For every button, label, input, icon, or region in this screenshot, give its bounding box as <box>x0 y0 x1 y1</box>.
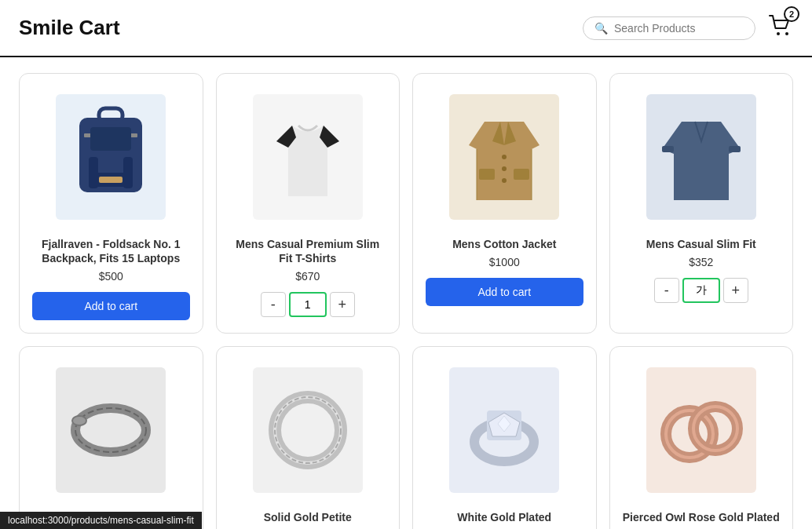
svg-rect-11 <box>90 127 131 151</box>
svg-rect-23 <box>729 146 741 152</box>
product-image-ring-white <box>426 359 583 501</box>
app-logo: Smile Cart <box>19 16 120 40</box>
cart-badge: 2 <box>784 6 799 22</box>
products-grid: Fjallraven - Foldsack No. 1 Backpack, Fi… <box>0 57 812 529</box>
quantity-input[interactable] <box>682 278 720 303</box>
product-card: Pierced Owl Rose Gold Plated <box>609 346 794 529</box>
search-container: 🔍 <box>583 16 755 40</box>
quantity-control: - + <box>654 278 748 303</box>
product-image-jacket <box>426 86 583 228</box>
svg-point-0 <box>777 32 780 35</box>
svg-rect-17 <box>479 169 495 180</box>
product-image-tshirt <box>229 86 387 228</box>
quantity-decrease-button[interactable]: - <box>654 278 679 303</box>
search-input[interactable] <box>614 22 744 35</box>
header-right: 🔍 2 <box>583 13 793 43</box>
product-title: Mens Casual Slim Fit <box>646 237 756 251</box>
product-title: Mens Casual Premium Slim Fit T-Shirts <box>229 237 387 265</box>
product-card: John Hardy <box>19 346 203 529</box>
product-card: Mens Cotton Jacket $1000 Add to cart <box>412 73 597 334</box>
svg-point-28 <box>73 417 86 425</box>
product-title: White Gold Plated <box>457 510 551 524</box>
header: Smile Cart 🔍 2 <box>0 0 812 57</box>
product-card: Mens Casual Premium Slim Fit T-Shirts $6… <box>216 73 401 334</box>
search-icon: 🔍 <box>594 22 608 35</box>
product-title: Fjallraven - Foldsack No. 1 Backpack, Fi… <box>32 237 190 265</box>
quantity-decrease-button[interactable]: - <box>261 292 286 317</box>
add-to-cart-button[interactable]: Add to cart <box>426 278 583 306</box>
product-card: White Gold Plated <box>412 346 597 529</box>
product-title: Mens Cotton Jacket <box>452 237 556 251</box>
status-url: localhost:3000/products/mens-casual-slim… <box>8 515 194 526</box>
quantity-increase-button[interactable]: + <box>723 278 748 303</box>
product-image-ring-rose <box>623 359 781 501</box>
product-price: $500 <box>99 270 123 283</box>
product-price: $352 <box>689 256 713 268</box>
svg-point-15 <box>502 166 507 171</box>
status-bar: localhost:3000/products/mens-casual-slim… <box>0 512 202 529</box>
svg-point-16 <box>502 178 507 183</box>
cart-button[interactable]: 2 <box>768 13 793 43</box>
add-to-cart-button[interactable]: Add to cart <box>32 292 190 320</box>
product-card: Solid Gold Petite <box>216 346 401 529</box>
product-image-bracelet <box>32 359 190 501</box>
product-image-ring-silver <box>229 359 387 501</box>
product-title: Pierced Owl Rose Gold Plated <box>623 510 780 524</box>
quantity-control: - + <box>261 292 355 317</box>
product-title: Solid Gold Petite <box>264 510 352 524</box>
svg-rect-18 <box>514 169 529 180</box>
product-image-backpack <box>32 86 190 228</box>
svg-rect-22 <box>662 146 674 152</box>
quantity-increase-button[interactable]: + <box>330 292 355 317</box>
quantity-input[interactable] <box>289 292 327 317</box>
product-card: Fjallraven - Foldsack No. 1 Backpack, Fi… <box>19 73 203 334</box>
product-price: $670 <box>295 270 320 283</box>
svg-point-1 <box>785 32 788 35</box>
svg-point-14 <box>502 155 507 159</box>
product-card: Mens Casual Slim Fit $352 - + <box>609 73 794 334</box>
product-price: $1000 <box>489 256 520 268</box>
svg-rect-8 <box>99 177 123 183</box>
product-image-longsleeve <box>623 86 781 228</box>
